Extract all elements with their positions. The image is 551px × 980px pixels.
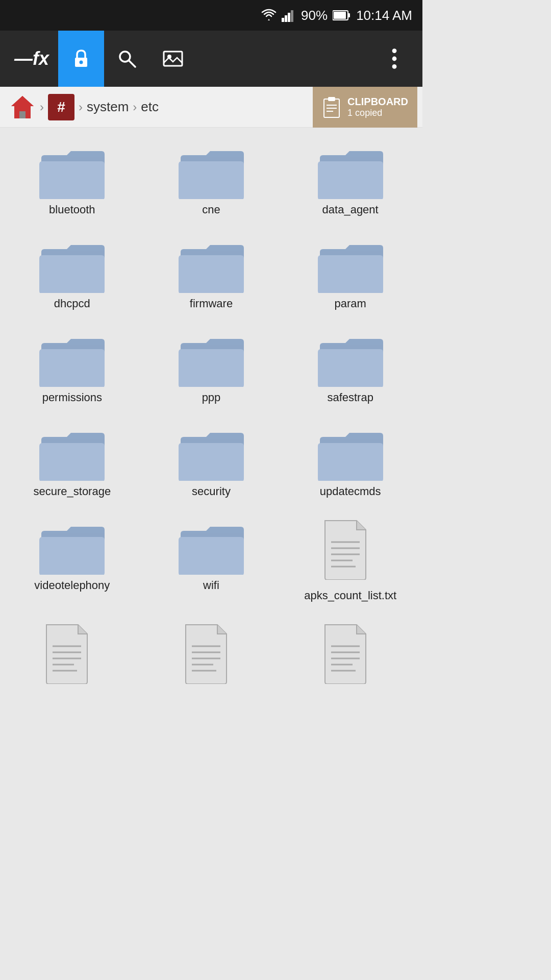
file-label: data_agent: [322, 203, 379, 216]
file-label: dhcpcd: [54, 297, 90, 310]
file-label: wifi: [203, 579, 219, 592]
svg-point-13: [392, 48, 397, 53]
list-item[interactable]: wifi: [144, 513, 279, 607]
folder-icon: [315, 425, 386, 481]
breadcrumb-system-label: system: [87, 99, 129, 115]
file-label: secure_storage: [34, 485, 111, 498]
image-button[interactable]: [150, 31, 196, 87]
file-label: ppp: [202, 391, 221, 404]
list-item[interactable]: ppp: [144, 326, 279, 409]
breadcrumb-etc[interactable]: etc: [137, 99, 163, 115]
file-label: apks_count_list.txt: [304, 589, 396, 602]
wifi-status-icon: [261, 9, 277, 22]
svg-rect-1: [285, 15, 287, 22]
folder-icon: [315, 331, 386, 387]
breadcrumb-arrow-2: ›: [79, 100, 83, 114]
svg-point-8: [80, 61, 83, 64]
svg-line-10: [129, 61, 135, 67]
clipboard-count: 1 copied: [347, 108, 408, 118]
status-bar: 90% 10:14 AM: [0, 0, 422, 31]
svg-rect-17: [19, 111, 26, 118]
brand-logo: —fx: [5, 48, 58, 69]
folder-icon: [36, 331, 108, 387]
folder-icon: [176, 425, 247, 481]
list-item[interactable]: videotelephony: [5, 513, 139, 607]
file-icon: [320, 519, 381, 585]
image-icon: [162, 47, 184, 70]
clipboard-label: CLIPBOARD: [347, 96, 408, 108]
file-label: firmware: [190, 297, 233, 310]
search-icon: [116, 47, 138, 70]
list-item[interactable]: [283, 618, 417, 698]
svg-point-15: [392, 64, 397, 69]
list-item[interactable]: secure_storage: [5, 420, 139, 503]
clipboard-indicator[interactable]: CLIPBOARD 1 copied: [313, 87, 417, 128]
lock-icon: [70, 47, 92, 70]
folder-icon: [176, 331, 247, 387]
folder-icon: [36, 237, 108, 293]
svg-rect-5: [348, 13, 350, 17]
list-item[interactable]: bluetooth: [5, 138, 139, 222]
list-item[interactable]: param: [283, 232, 417, 315]
svg-point-14: [392, 57, 397, 61]
search-button[interactable]: [104, 31, 150, 87]
file-label: bluetooth: [49, 203, 95, 216]
list-item[interactable]: firmware: [144, 232, 279, 315]
file-label: param: [334, 297, 366, 310]
signal-status-icon: [282, 9, 296, 22]
svg-rect-20: [328, 97, 335, 101]
list-item[interactable]: apks_count_list.txt: [283, 513, 417, 607]
time-text: 10:14 AM: [356, 8, 412, 23]
folder-icon: [176, 519, 247, 575]
file-label: updatecmds: [320, 485, 381, 498]
folder-icon: [176, 143, 247, 199]
folder-icon: [315, 237, 386, 293]
battery-text: 90%: [301, 8, 328, 23]
folder-icon: [315, 143, 386, 199]
home-icon: [9, 94, 36, 120]
svg-rect-6: [334, 12, 346, 19]
toolbar: —fx: [0, 31, 422, 87]
svg-rect-0: [282, 18, 284, 22]
list-item[interactable]: [5, 618, 139, 698]
breadcrumb-arrow-3: ›: [133, 100, 137, 114]
svg-rect-3: [291, 10, 293, 22]
folder-icon: [36, 519, 108, 575]
file-label: videotelephony: [34, 579, 110, 592]
breadcrumb-home[interactable]: [5, 94, 40, 120]
list-item[interactable]: security: [144, 420, 279, 503]
list-item[interactable]: updatecmds: [283, 420, 417, 503]
file-label: safestrap: [327, 391, 373, 404]
list-item[interactable]: permissions: [5, 326, 139, 409]
folder-icon: [176, 237, 247, 293]
more-button[interactable]: [371, 31, 417, 87]
breadcrumb-arrow-1: ›: [40, 100, 44, 114]
breadcrumb-hash[interactable]: #: [44, 94, 79, 120]
list-item[interactable]: [144, 618, 279, 698]
file-grid: bluetooth cne data_agent dhcpcd: [0, 128, 422, 708]
battery-status-icon: [333, 10, 351, 21]
svg-rect-11: [164, 52, 182, 66]
file-icon: [41, 623, 103, 689]
hash-icon: #: [48, 94, 74, 120]
folder-icon: [36, 143, 108, 199]
clipboard-icon: [322, 96, 341, 118]
file-icon: [181, 623, 242, 689]
svg-rect-2: [288, 13, 290, 22]
file-label: permissions: [42, 391, 102, 404]
breadcrumb-system[interactable]: system: [83, 99, 133, 115]
breadcrumb: › # › system › etc CLIPBOARD 1 copied: [0, 87, 422, 128]
file-label: cne: [202, 203, 220, 216]
more-icon: [383, 47, 406, 70]
breadcrumb-etc-label: etc: [141, 99, 159, 115]
list-item[interactable]: data_agent: [283, 138, 417, 222]
list-item[interactable]: cne: [144, 138, 279, 222]
lock-button[interactable]: [58, 31, 104, 87]
file-icon: [320, 623, 381, 689]
list-item[interactable]: dhcpcd: [5, 232, 139, 315]
svg-marker-18: [11, 96, 34, 106]
list-item[interactable]: safestrap: [283, 326, 417, 409]
folder-icon: [36, 425, 108, 481]
file-label: security: [192, 485, 231, 498]
